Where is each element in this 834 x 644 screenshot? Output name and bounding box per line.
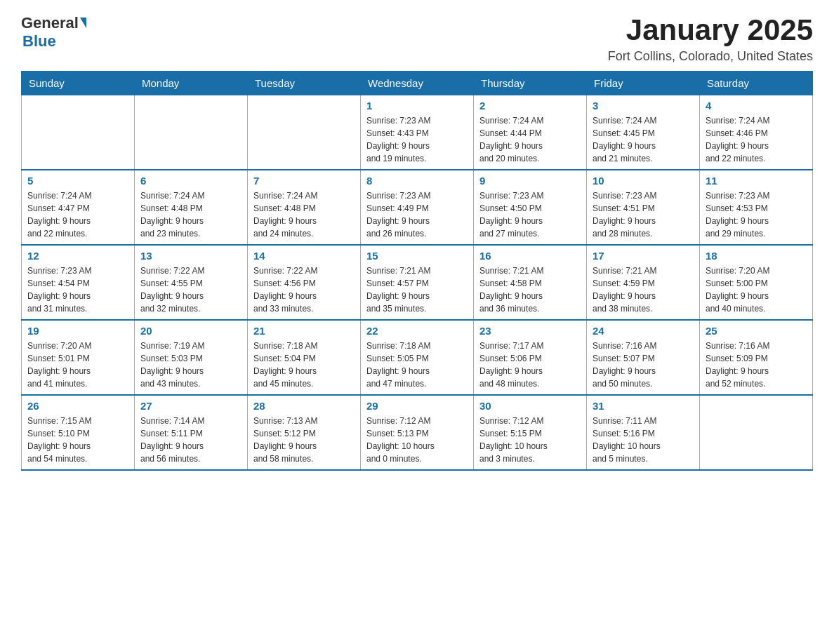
day-info: Sunrise: 7:21 AMSunset: 4:58 PMDaylight:… xyxy=(479,264,581,315)
weekday-header-row: SundayMondayTuesdayWednesdayThursdayFrid… xyxy=(22,72,813,95)
day-info: Sunrise: 7:24 AMSunset: 4:46 PMDaylight:… xyxy=(706,114,807,165)
calendar-cell: 13Sunrise: 7:22 AMSunset: 4:55 PMDayligh… xyxy=(135,245,248,320)
day-info: Sunrise: 7:22 AMSunset: 4:55 PMDaylight:… xyxy=(140,264,241,315)
calendar-week-row: 5Sunrise: 7:24 AMSunset: 4:47 PMDaylight… xyxy=(22,170,813,245)
calendar-cell: 10Sunrise: 7:23 AMSunset: 4:51 PMDayligh… xyxy=(587,170,700,245)
calendar-cell: 25Sunrise: 7:16 AMSunset: 5:09 PMDayligh… xyxy=(700,320,813,395)
calendar-cell: 20Sunrise: 7:19 AMSunset: 5:03 PMDayligh… xyxy=(135,320,248,395)
day-info: Sunrise: 7:24 AMSunset: 4:47 PMDaylight:… xyxy=(27,189,128,240)
day-info: Sunrise: 7:16 AMSunset: 5:07 PMDaylight:… xyxy=(593,340,694,390)
day-number: 16 xyxy=(479,250,581,262)
day-info: Sunrise: 7:23 AMSunset: 4:53 PMDaylight:… xyxy=(706,189,807,240)
day-number: 13 xyxy=(140,250,241,262)
calendar-cell xyxy=(22,95,135,170)
calendar-week-row: 12Sunrise: 7:23 AMSunset: 4:54 PMDayligh… xyxy=(22,245,813,320)
day-info: Sunrise: 7:20 AMSunset: 5:01 PMDaylight:… xyxy=(27,340,128,390)
calendar-week-row: 19Sunrise: 7:20 AMSunset: 5:01 PMDayligh… xyxy=(22,320,813,395)
calendar-cell: 2Sunrise: 7:24 AMSunset: 4:44 PMDaylight… xyxy=(474,95,587,170)
day-info: Sunrise: 7:23 AMSunset: 4:50 PMDaylight:… xyxy=(479,189,581,240)
calendar-cell: 14Sunrise: 7:22 AMSunset: 4:56 PMDayligh… xyxy=(248,245,361,320)
day-number: 15 xyxy=(366,250,468,262)
calendar-cell: 28Sunrise: 7:13 AMSunset: 5:12 PMDayligh… xyxy=(248,395,361,470)
calendar-cell: 31Sunrise: 7:11 AMSunset: 5:16 PMDayligh… xyxy=(587,395,700,470)
calendar-cell: 27Sunrise: 7:14 AMSunset: 5:11 PMDayligh… xyxy=(135,395,248,470)
day-number: 26 xyxy=(27,400,128,412)
day-info: Sunrise: 7:15 AMSunset: 5:10 PMDaylight:… xyxy=(27,415,128,465)
logo: General Blue xyxy=(21,14,86,51)
calendar-cell: 3Sunrise: 7:24 AMSunset: 4:45 PMDaylight… xyxy=(587,95,700,170)
day-number: 12 xyxy=(27,250,128,262)
calendar-cell: 19Sunrise: 7:20 AMSunset: 5:01 PMDayligh… xyxy=(22,320,135,395)
calendar-cell: 18Sunrise: 7:20 AMSunset: 5:00 PMDayligh… xyxy=(700,245,813,320)
calendar-cell xyxy=(135,95,248,170)
day-number: 28 xyxy=(253,400,355,412)
day-info: Sunrise: 7:23 AMSunset: 4:49 PMDaylight:… xyxy=(366,189,468,240)
calendar-cell: 1Sunrise: 7:23 AMSunset: 4:43 PMDaylight… xyxy=(361,95,474,170)
day-info: Sunrise: 7:11 AMSunset: 5:16 PMDaylight:… xyxy=(593,415,694,465)
day-info: Sunrise: 7:23 AMSunset: 4:51 PMDaylight:… xyxy=(593,189,694,240)
day-number: 31 xyxy=(593,400,694,412)
day-number: 8 xyxy=(366,175,468,187)
logo-arrow-icon xyxy=(80,18,86,28)
day-number: 10 xyxy=(593,175,694,187)
calendar-cell: 26Sunrise: 7:15 AMSunset: 5:10 PMDayligh… xyxy=(22,395,135,470)
calendar-cell: 17Sunrise: 7:21 AMSunset: 4:59 PMDayligh… xyxy=(587,245,700,320)
location-title: Fort Collins, Colorado, United States xyxy=(608,49,813,64)
calendar-cell: 12Sunrise: 7:23 AMSunset: 4:54 PMDayligh… xyxy=(22,245,135,320)
day-number: 18 xyxy=(706,250,807,262)
day-number: 25 xyxy=(706,325,807,337)
calendar-cell: 21Sunrise: 7:18 AMSunset: 5:04 PMDayligh… xyxy=(248,320,361,395)
day-number: 20 xyxy=(140,325,241,337)
weekday-header-saturday: Saturday xyxy=(700,72,813,95)
day-info: Sunrise: 7:12 AMSunset: 5:13 PMDaylight:… xyxy=(366,415,468,465)
calendar-table: SundayMondayTuesdayWednesdayThursdayFrid… xyxy=(21,71,813,471)
day-number: 24 xyxy=(593,325,694,337)
day-number: 21 xyxy=(253,325,355,337)
day-number: 1 xyxy=(366,100,468,112)
calendar-cell xyxy=(248,95,361,170)
calendar-cell: 29Sunrise: 7:12 AMSunset: 5:13 PMDayligh… xyxy=(361,395,474,470)
day-number: 19 xyxy=(27,325,128,337)
calendar-cell: 24Sunrise: 7:16 AMSunset: 5:07 PMDayligh… xyxy=(587,320,700,395)
day-number: 14 xyxy=(253,250,355,262)
calendar-cell: 15Sunrise: 7:21 AMSunset: 4:57 PMDayligh… xyxy=(361,245,474,320)
day-info: Sunrise: 7:20 AMSunset: 5:00 PMDaylight:… xyxy=(706,264,807,315)
day-info: Sunrise: 7:24 AMSunset: 4:48 PMDaylight:… xyxy=(140,189,241,240)
day-number: 5 xyxy=(27,175,128,187)
day-info: Sunrise: 7:24 AMSunset: 4:44 PMDaylight:… xyxy=(479,114,581,165)
calendar-cell: 30Sunrise: 7:12 AMSunset: 5:15 PMDayligh… xyxy=(474,395,587,470)
weekday-header-tuesday: Tuesday xyxy=(248,72,361,95)
day-info: Sunrise: 7:16 AMSunset: 5:09 PMDaylight:… xyxy=(706,340,807,390)
day-info: Sunrise: 7:19 AMSunset: 5:03 PMDaylight:… xyxy=(140,340,241,390)
day-info: Sunrise: 7:12 AMSunset: 5:15 PMDaylight:… xyxy=(479,415,581,465)
page-header: General Blue January 2025 Fort Collins, … xyxy=(21,14,813,64)
day-number: 7 xyxy=(253,175,355,187)
day-info: Sunrise: 7:14 AMSunset: 5:11 PMDaylight:… xyxy=(140,415,241,465)
day-number: 17 xyxy=(593,250,694,262)
month-title: January 2025 xyxy=(608,14,813,46)
day-number: 29 xyxy=(366,400,468,412)
day-info: Sunrise: 7:23 AMSunset: 4:43 PMDaylight:… xyxy=(366,114,468,165)
day-number: 4 xyxy=(706,100,807,112)
day-info: Sunrise: 7:18 AMSunset: 5:05 PMDaylight:… xyxy=(366,340,468,390)
day-number: 2 xyxy=(479,100,581,112)
day-info: Sunrise: 7:13 AMSunset: 5:12 PMDaylight:… xyxy=(253,415,355,465)
title-section: January 2025 Fort Collins, Colorado, Uni… xyxy=(608,14,813,64)
weekday-header-friday: Friday xyxy=(587,72,700,95)
weekday-header-sunday: Sunday xyxy=(22,72,135,95)
logo-blue-text: Blue xyxy=(22,32,56,51)
logo-general-text: General xyxy=(21,14,79,32)
day-number: 6 xyxy=(140,175,241,187)
weekday-header-monday: Monday xyxy=(135,72,248,95)
calendar-cell: 23Sunrise: 7:17 AMSunset: 5:06 PMDayligh… xyxy=(474,320,587,395)
calendar-cell: 11Sunrise: 7:23 AMSunset: 4:53 PMDayligh… xyxy=(700,170,813,245)
calendar-cell: 16Sunrise: 7:21 AMSunset: 4:58 PMDayligh… xyxy=(474,245,587,320)
calendar-week-row: 1Sunrise: 7:23 AMSunset: 4:43 PMDaylight… xyxy=(22,95,813,170)
day-number: 27 xyxy=(140,400,241,412)
calendar-cell: 22Sunrise: 7:18 AMSunset: 5:05 PMDayligh… xyxy=(361,320,474,395)
day-info: Sunrise: 7:18 AMSunset: 5:04 PMDaylight:… xyxy=(253,340,355,390)
day-info: Sunrise: 7:21 AMSunset: 4:57 PMDaylight:… xyxy=(366,264,468,315)
day-number: 11 xyxy=(706,175,807,187)
day-info: Sunrise: 7:24 AMSunset: 4:45 PMDaylight:… xyxy=(593,114,694,165)
calendar-cell: 8Sunrise: 7:23 AMSunset: 4:49 PMDaylight… xyxy=(361,170,474,245)
